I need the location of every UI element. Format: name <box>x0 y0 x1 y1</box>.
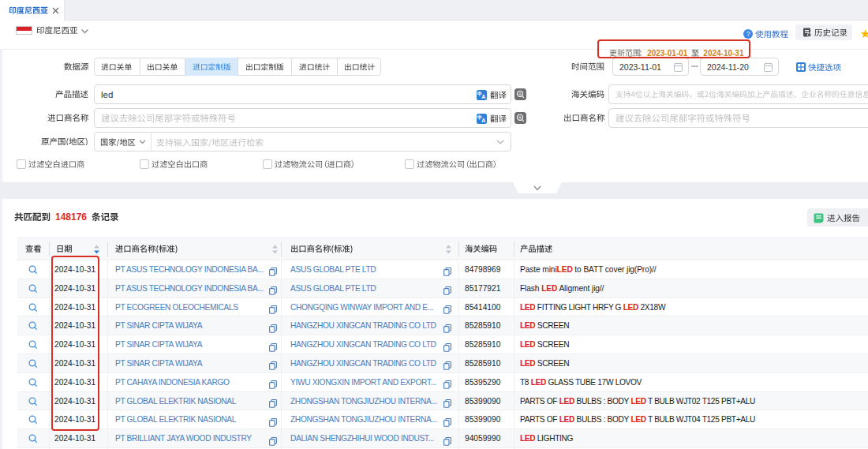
svg-text:A: A <box>481 118 485 123</box>
svg-text:A: A <box>481 94 485 99</box>
svg-text:?: ? <box>746 30 750 38</box>
